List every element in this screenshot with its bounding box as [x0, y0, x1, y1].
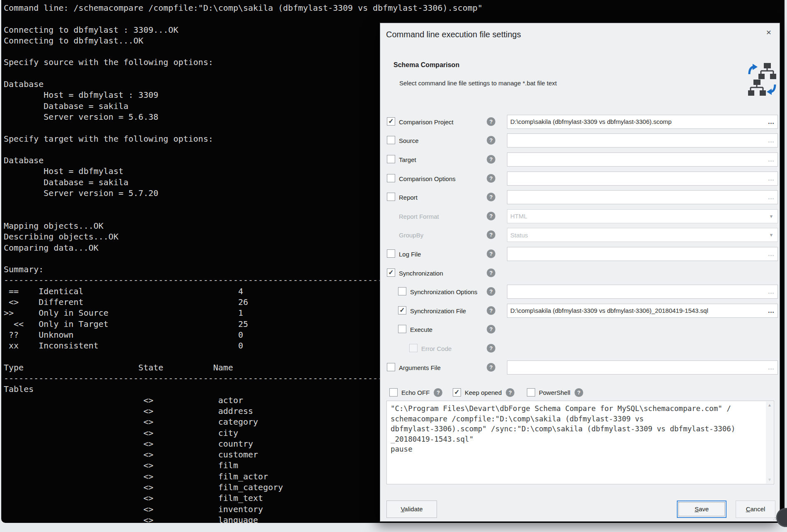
echo-off-label: Echo OFF — [401, 389, 430, 396]
comparison-project-value: D:\comp\sakila (dbfmylast-3309 vs dbfmyl… — [507, 118, 765, 125]
comparison-options-checkbox[interactable] — [387, 174, 395, 182]
powershell-checkbox[interactable] — [527, 388, 535, 397]
synchronization-options-label: Synchronization Options — [410, 288, 478, 295]
source-label: Source — [399, 137, 419, 144]
help-icon[interactable]: ? — [487, 212, 495, 220]
bat-text-box[interactable]: "C:\Program Files\Devart\dbForge Schema … — [386, 401, 774, 484]
browse-button[interactable]: … — [765, 175, 777, 182]
report-field[interactable]: … — [507, 190, 778, 204]
help-icon[interactable]: ? — [487, 249, 495, 258]
arguments-file-field[interactable]: … — [507, 360, 778, 375]
browse-button[interactable]: … — [765, 193, 777, 201]
form-row-comparison-project: ✓Comparison Project?D:\comp\sakila (dbfm… — [380, 112, 780, 131]
target-checkbox[interactable] — [387, 155, 395, 163]
target-label: Target — [399, 156, 416, 163]
comparison-project-checkbox[interactable]: ✓ — [387, 117, 395, 126]
report-format-field[interactable]: HTML▼ — [507, 209, 778, 223]
help-icon[interactable]: ? — [434, 388, 442, 397]
command-line-settings-dialog: Command line execution file settings × S… — [380, 23, 780, 522]
arguments-file-label: Arguments File — [399, 364, 441, 371]
schema-comparison-subtitle: Select command line file settings to man… — [399, 80, 557, 87]
dropdown-arrow-icon[interactable]: ▼ — [765, 214, 777, 219]
error-code-checkbox[interactable] — [409, 344, 418, 352]
keep-opened-label: Keep opened — [465, 389, 502, 396]
help-icon[interactable]: ? — [487, 306, 495, 315]
scroll-up-icon[interactable]: ▲ — [766, 401, 773, 409]
browse-button[interactable]: … — [765, 364, 777, 371]
form-row-groupby: GroupBy?Status▼ — [380, 226, 780, 245]
synchronization-file-field[interactable]: D:\comp\sakila (dbfmylast-3309 vs dbfmyl… — [507, 304, 778, 318]
echo-off-checkbox[interactable] — [389, 388, 398, 397]
target-field[interactable]: … — [507, 152, 778, 167]
schema-comparison-heading: Schema Comparison — [394, 61, 459, 69]
browse-button[interactable]: … — [765, 288, 777, 295]
help-icon[interactable]: ? — [487, 136, 495, 145]
help-icon[interactable]: ? — [487, 117, 495, 126]
help-icon[interactable]: ? — [487, 174, 495, 183]
report-format-label: Report Format — [399, 213, 439, 220]
form-row-arguments-file: Arguments File?… — [380, 358, 780, 377]
form-row-execute: Execute? — [380, 320, 780, 339]
save-button[interactable]: Save — [677, 501, 727, 518]
form-row-error-code: Error Code? — [380, 339, 780, 358]
groupby-label: GroupBy — [399, 232, 423, 239]
scroll-down-icon[interactable]: ▼ — [766, 476, 773, 484]
execute-checkbox[interactable] — [398, 325, 406, 333]
help-icon[interactable]: ? — [575, 388, 583, 397]
help-icon[interactable]: ? — [487, 193, 495, 201]
browse-button[interactable]: … — [765, 250, 777, 258]
report-checkbox[interactable] — [387, 193, 395, 201]
cancel-button[interactable]: Cancel — [736, 501, 775, 518]
source-field[interactable]: … — [507, 133, 778, 148]
synchronization-options-field[interactable]: … — [507, 285, 778, 299]
form-row-report-format: Report Format?HTML▼ — [380, 207, 780, 226]
browse-button[interactable]: … — [765, 307, 777, 314]
comparison-project-field[interactable]: D:\comp\sakila (dbfmylast-3309 vs dbfmyl… — [507, 115, 778, 129]
bat-text[interactable]: "C:\Program Files\Devart\dbForge Schema … — [387, 401, 774, 455]
help-icon[interactable]: ? — [487, 268, 495, 277]
source-checkbox[interactable] — [387, 136, 395, 144]
validate-button[interactable]: Validate — [386, 501, 437, 518]
browse-button[interactable]: … — [765, 118, 777, 126]
groupby-value: Status — [507, 232, 765, 239]
bat-text-scrollbar[interactable]: ▲ ▼ — [766, 401, 773, 484]
synchronization-options-checkbox[interactable] — [398, 287, 406, 295]
help-icon[interactable]: ? — [487, 325, 495, 334]
arguments-file-checkbox[interactable] — [387, 363, 395, 371]
form-row-source: Source?… — [380, 131, 780, 150]
error-code-label: Error Code — [421, 345, 451, 352]
form-row-synchronization-options: Synchronization Options?… — [380, 282, 780, 301]
groupby-field[interactable]: Status▼ — [507, 228, 778, 242]
comparison-options-field[interactable]: … — [507, 172, 778, 186]
help-icon[interactable]: ? — [487, 344, 495, 353]
help-icon[interactable]: ? — [487, 230, 495, 239]
option-keep-opened: ✓Keep opened? — [453, 384, 514, 400]
option-powershell: PowerShell? — [527, 384, 583, 400]
synchronization-checkbox[interactable]: ✓ — [387, 268, 395, 277]
browse-button[interactable]: … — [765, 156, 777, 163]
help-icon[interactable]: ? — [487, 287, 495, 296]
bat-options-row: Echo OFF?✓Keep opened?PowerShell? — [380, 384, 780, 400]
dialog-button-bar: Validate Save Cancel — [380, 500, 780, 519]
dropdown-arrow-icon[interactable]: ▼ — [765, 232, 777, 237]
synchronization-file-value: D:\comp\sakila (dbfmylast-3309 vs dbfmyl… — [507, 307, 765, 314]
help-icon[interactable]: ? — [487, 363, 495, 372]
execute-label: Execute — [410, 326, 432, 333]
keep-opened-checkbox[interactable]: ✓ — [453, 388, 461, 397]
powershell-label: PowerShell — [539, 389, 570, 396]
help-icon[interactable]: ? — [506, 388, 514, 397]
synchronization-file-checkbox[interactable]: ✓ — [398, 306, 406, 314]
log-file-checkbox[interactable] — [387, 249, 395, 258]
option-echo-off: Echo OFF? — [389, 384, 442, 400]
synchronization-label: Synchronization — [399, 269, 443, 276]
report-label: Report — [399, 194, 418, 201]
close-icon[interactable]: × — [763, 27, 775, 38]
schema-comparison-icon — [748, 63, 776, 98]
dialog-title: Command line execution file settings — [386, 30, 521, 39]
form-rows: ✓Comparison Project?D:\comp\sakila (dbfm… — [380, 112, 780, 377]
help-icon[interactable]: ? — [487, 155, 495, 164]
form-row-target: Target?… — [380, 150, 780, 169]
browse-button[interactable]: … — [765, 137, 777, 144]
log-file-field[interactable]: … — [507, 247, 778, 261]
form-row-synchronization: ✓Synchronization? — [380, 264, 780, 283]
